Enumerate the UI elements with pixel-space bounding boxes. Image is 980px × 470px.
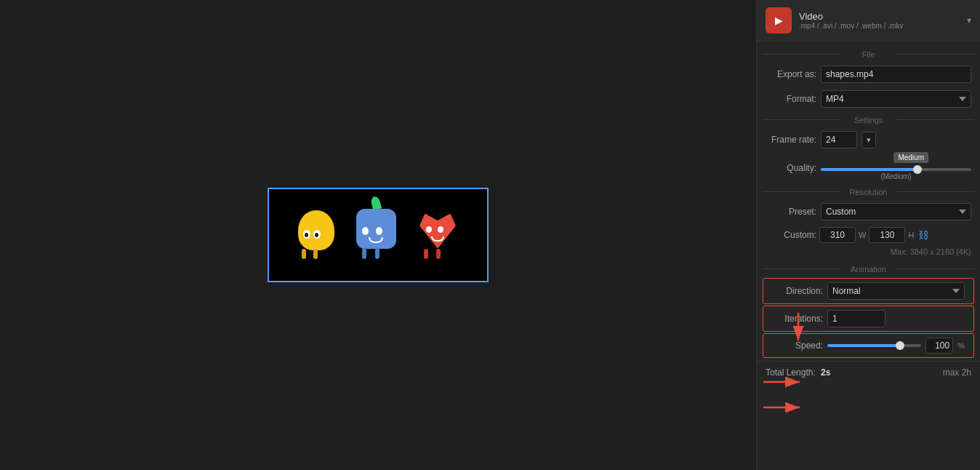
file-section-divider: File xyxy=(757,46,980,62)
custom-label: Custom: xyxy=(766,230,816,240)
link-dimensions-icon[interactable]: ⛓ xyxy=(918,229,928,241)
quality-row: Quality: Medium (Medium) xyxy=(757,152,980,183)
resolution-section-divider: Resolution xyxy=(757,183,980,199)
quality-slider[interactable] xyxy=(821,168,971,171)
video-info: Video .mp4 / .avi / .mov / .webm / .mkv xyxy=(799,11,903,30)
quality-slider-container: Medium (Medium) xyxy=(821,155,971,180)
total-length-max: max 2h xyxy=(943,367,971,378)
apple-leg-left xyxy=(362,248,366,259)
apple-eye-right xyxy=(376,227,382,235)
direction-select[interactable]: Normal Reverse Alternate Alternate Rever… xyxy=(827,282,965,300)
format-label: Format: xyxy=(766,94,816,104)
width-unit-label: W xyxy=(859,231,866,239)
video-dropdown-arrow[interactable]: ▾ xyxy=(967,15,971,25)
total-length-row: Total Length: 2s max 2h xyxy=(757,361,980,383)
apple-leg-right xyxy=(375,248,379,259)
framerate-label: Frame rate: xyxy=(766,135,816,145)
iterations-row: Iterations: xyxy=(763,306,974,332)
speed-row: Speed: % xyxy=(763,333,974,358)
iterations-input[interactable] xyxy=(827,310,885,327)
direction-label: Direction: xyxy=(772,286,823,296)
pear-character xyxy=(294,208,338,259)
apple-eye-left xyxy=(362,227,369,235)
preview-canvas xyxy=(268,188,489,282)
video-icon xyxy=(766,7,792,33)
pear-legs xyxy=(302,249,318,259)
iterations-label: Iterations: xyxy=(772,314,823,324)
video-title: Video xyxy=(799,11,903,22)
preset-select[interactable]: Custom 1920x1080 1280x720 640x480 xyxy=(821,203,971,220)
heart-leg-left xyxy=(424,249,428,259)
heart-character xyxy=(414,204,462,259)
height-input[interactable] xyxy=(869,227,905,243)
video-header-left: Video .mp4 / .avi / .mov / .webm / .mkv xyxy=(766,7,903,33)
export-row: Export as: xyxy=(757,62,980,87)
heart-eye-right xyxy=(438,226,443,233)
export-input[interactable] xyxy=(821,65,971,83)
apple-leaf xyxy=(370,195,382,210)
preset-label: Preset: xyxy=(766,207,816,217)
total-length-label: Total Length: 2s xyxy=(766,367,830,378)
total-length-value: 2s xyxy=(821,367,830,378)
animation-section-divider: Animation xyxy=(757,260,980,276)
preset-row: Preset: Custom 1920x1080 1280x720 640x48… xyxy=(757,199,980,224)
max-resolution-label: Max: 3840 x 2160 (4K) xyxy=(757,246,980,260)
canvas-area xyxy=(0,0,756,470)
export-label: Export as: xyxy=(766,69,816,79)
framerate-arrow-button[interactable]: ▾ xyxy=(861,132,876,148)
custom-dimensions-row: Custom: W H ⛓ xyxy=(757,224,980,246)
heart-smile xyxy=(431,236,444,242)
total-length-text: Total Length: xyxy=(766,367,816,378)
speed-unit-label: % xyxy=(957,341,965,350)
pear-pupil-left xyxy=(305,233,308,237)
speed-slider[interactable] xyxy=(827,344,921,347)
width-input[interactable] xyxy=(819,227,856,243)
settings-section-divider: Settings xyxy=(757,111,980,127)
framerate-input[interactable] xyxy=(821,131,857,148)
video-header: Video .mp4 / .avi / .mov / .webm / .mkv … xyxy=(757,0,980,41)
quality-sub-label: (Medium) xyxy=(880,172,911,180)
pear-leg-left xyxy=(302,249,306,259)
framerate-row: Frame rate: ▾ xyxy=(757,127,980,152)
pear-pupil-right xyxy=(315,233,318,237)
format-row: Format: MP4 AVI MOV WEBM MKV xyxy=(757,87,980,111)
apple-character xyxy=(353,204,400,259)
quality-tooltip: Medium xyxy=(893,152,928,163)
right-panel: Video .mp4 / .avi / .mov / .webm / .mkv … xyxy=(756,0,980,470)
heart-legs xyxy=(424,249,441,259)
video-formats: .mp4 / .avi / .mov / .webm / .mkv xyxy=(799,22,903,30)
direction-row: Direction: Normal Reverse Alternate Alte… xyxy=(763,278,974,304)
apple-legs xyxy=(362,248,379,259)
characters-group xyxy=(294,204,462,266)
format-select[interactable]: MP4 AVI MOV WEBM MKV xyxy=(821,90,971,108)
heart-leg-right xyxy=(436,249,441,259)
speed-label: Speed: xyxy=(772,340,823,351)
speed-percent-input[interactable] xyxy=(925,338,953,354)
height-unit-label: H xyxy=(908,231,914,239)
quality-label: Quality: xyxy=(766,163,816,173)
heart-eye-left xyxy=(426,226,432,233)
pear-leg-right xyxy=(313,249,318,259)
